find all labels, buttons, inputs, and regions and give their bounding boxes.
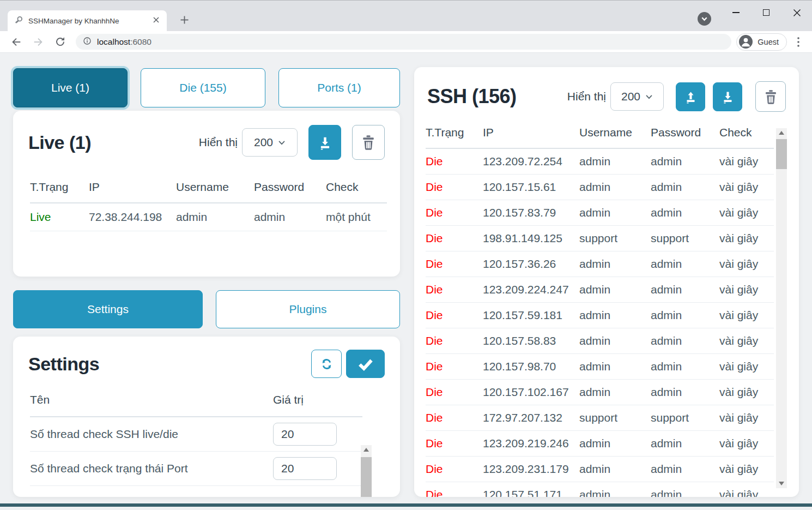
password-cell: admin (651, 303, 719, 328)
password-cell: admin (651, 431, 719, 457)
username-cell: admin (579, 148, 651, 175)
show-label: Hiển thị (199, 136, 238, 149)
password-cell: admin (651, 277, 719, 303)
tab-live[interactable]: Live (1) (13, 68, 128, 107)
ip-cell: 120.157.98.70 (483, 354, 579, 380)
check-cell: vài giây (719, 482, 774, 497)
status-cell: Die (426, 251, 483, 277)
settings-scrollbar[interactable] (361, 445, 372, 497)
col-check: Check (719, 119, 774, 148)
profile-label: Guest (758, 38, 779, 46)
page-size-value: 200 (254, 136, 273, 149)
setting-value-input[interactable] (273, 457, 337, 480)
site-info-icon[interactable] (83, 37, 92, 47)
check-cell: vài giây (719, 226, 774, 251)
check-cell: vài giây (719, 200, 774, 226)
check-icon (356, 355, 374, 373)
ip-cell: 120.157.59.181 (483, 303, 579, 328)
tab-plugins[interactable]: Plugins (216, 290, 400, 328)
ssh-table-body: Die 123.209.72.254 admin admin vài giây … (426, 148, 774, 497)
password-cell: support (651, 405, 719, 431)
status-cell: Die (426, 482, 483, 497)
table-row: Die 198.91.149.125 support support vài g… (426, 226, 774, 251)
table-row: Die 123.209.231.179 admin admin vài giây (426, 457, 774, 482)
check-cell: vài giây (719, 405, 774, 431)
browser-extras-button[interactable] (698, 12, 711, 26)
ssh-scrollbar[interactable] (776, 128, 787, 488)
check-cell: vài giây (719, 175, 774, 200)
url-text: localhost:6080 (97, 37, 152, 47)
tab-close-icon[interactable] (152, 16, 160, 26)
download-button[interactable] (308, 125, 341, 160)
setting-value-input[interactable] (273, 423, 337, 446)
browser-tab[interactable]: SSHManager by KhanhhNe (8, 10, 167, 32)
table-row: Live 72.38.244.198 admin admin một phút (30, 203, 387, 231)
delete-button[interactable] (755, 81, 786, 112)
page-size-select[interactable]: 200 (242, 128, 298, 157)
table-row: Die 120.157.102.167 admin admin vài giây (426, 380, 774, 405)
status-cell: Die (426, 380, 483, 405)
scroll-up-icon[interactable] (776, 128, 787, 137)
check-cell: vài giây (719, 380, 774, 405)
favicon-icon (14, 15, 23, 27)
status-cell: Die (426, 405, 483, 431)
table-row: Die 120.157.59.181 admin admin vài giây (426, 303, 774, 328)
close-button[interactable] (781, 3, 812, 22)
download-button[interactable] (713, 82, 742, 111)
avatar (739, 35, 753, 49)
tab-ports[interactable]: Ports (1) (278, 68, 400, 107)
ip-cell: 123.209.224.247 (483, 277, 579, 303)
ip-cell: 120.157.83.79 (483, 200, 579, 226)
back-icon[interactable] (7, 33, 26, 51)
ssh-table: T.Trạng IP Username Password Check Die 1… (426, 119, 774, 497)
table-row: Die 120.157.58.83 admin admin vài giây (426, 328, 774, 354)
tab-die[interactable]: Die (155) (141, 68, 265, 107)
live-table-body: Live 72.38.244.198 admin admin một phút (30, 203, 387, 231)
scroll-thumb[interactable] (361, 457, 372, 497)
password-cell: admin (254, 203, 326, 231)
username-cell: admin (579, 328, 651, 354)
ip-cell: 172.97.207.132 (483, 405, 579, 431)
new-tab-button[interactable] (175, 11, 193, 28)
settings-table-body: Số thread check SSH live/die Số thread c… (30, 417, 362, 486)
scroll-up-icon[interactable] (361, 445, 372, 454)
table-row: Die 120.157.15.61 admin admin vài giây (426, 175, 774, 200)
browser-menu-icon[interactable] (790, 33, 807, 51)
username-cell: admin (579, 482, 651, 497)
browser-tabstrip: SSHManager by KhanhhNe (0, 0, 812, 31)
forward-icon[interactable] (29, 33, 47, 51)
url-bar[interactable]: localhost:6080 (76, 34, 731, 50)
username-cell: admin (579, 200, 651, 226)
password-cell: admin (651, 457, 719, 482)
upload-button[interactable] (676, 82, 705, 111)
col-username: Username (176, 173, 254, 203)
minimize-button[interactable] (720, 3, 751, 22)
live-panel: Live (1) Hiển thị 200 T (13, 111, 400, 277)
status-cell: Die (426, 354, 483, 380)
maximize-button[interactable] (751, 3, 781, 22)
tab-settings[interactable]: Settings (13, 290, 203, 328)
delete-button[interactable] (352, 125, 385, 160)
ip-cell: 123.209.72.254 (483, 148, 579, 175)
check-cell: vài giây (719, 303, 774, 328)
check-cell: vài giây (719, 431, 774, 457)
page-size-select[interactable]: 200 (610, 82, 664, 111)
page-size-value: 200 (621, 90, 640, 103)
check-cell: một phút (326, 203, 387, 231)
trash-icon (360, 134, 377, 151)
ssh-panel: SSH (156) Hiển thị 200 (414, 67, 799, 497)
profile-chip[interactable]: Guest (736, 33, 787, 51)
scroll-down-icon[interactable] (776, 479, 787, 488)
table-row: Die 120.157.51.171 admin admin vài giây (426, 482, 774, 497)
ip-cell: 120.157.36.26 (483, 251, 579, 277)
scroll-thumb[interactable] (776, 139, 787, 169)
refresh-button[interactable] (311, 350, 342, 378)
col-username: Username (579, 119, 651, 148)
apply-button[interactable] (346, 350, 385, 378)
password-cell: admin (651, 354, 719, 380)
setting-row: Số thread check trạng thái Port (30, 452, 362, 486)
table-row: Die 172.97.207.132 support support vài g… (426, 405, 774, 431)
ip-cell: 123.209.219.246 (483, 431, 579, 457)
reload-icon[interactable] (51, 33, 69, 51)
live-table: T.Trạng IP Username Password Check Live … (30, 173, 387, 231)
